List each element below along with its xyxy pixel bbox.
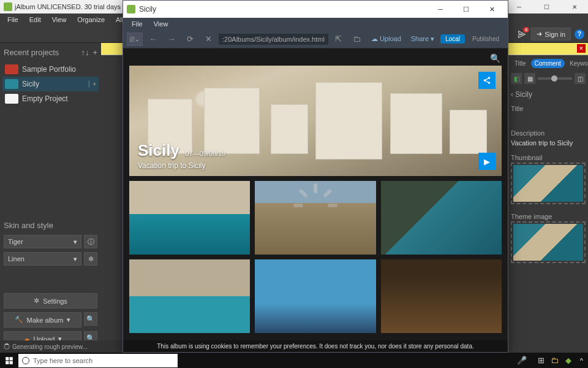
- signin-button[interactable]: ➜ Sign in: [531, 28, 571, 40]
- help-icon[interactable]: ?: [575, 29, 584, 39]
- notification-icon[interactable]: 8: [516, 29, 527, 40]
- task-view-icon[interactable]: ⊞: [535, 354, 548, 367]
- cookie-notice: This album is using cookies to remember …: [123, 340, 508, 352]
- back-icon[interactable]: ←: [145, 33, 161, 46]
- project-item[interactable]: Sample Portfolio: [2, 62, 99, 77]
- reload-icon[interactable]: ⟳: [182, 33, 198, 46]
- status-text: Generating rough preview...: [12, 343, 88, 350]
- maximize-button[interactable]: ☐: [533, 0, 560, 13]
- tool-c-icon[interactable]: ◫: [575, 73, 586, 84]
- desc-field-value[interactable]: Vacation trip to Sicily: [511, 138, 586, 150]
- menu-organize[interactable]: Organize: [72, 15, 110, 25]
- preview-titlebar[interactable]: Sicily ─ ☐ ✕: [123, 1, 508, 18]
- local-pill[interactable]: Local: [440, 34, 465, 44]
- menu-file[interactable]: File: [2, 15, 23, 25]
- breadcrumb[interactable]: ‹Sicily: [511, 88, 586, 101]
- menu-view[interactable]: View: [47, 15, 72, 25]
- search-icon[interactable]: 🔍: [490, 53, 500, 63]
- title-field-value[interactable]: [511, 113, 586, 126]
- settings-button[interactable]: ✲Settings: [4, 293, 97, 309]
- cloud-icon: ☁: [371, 35, 380, 42]
- tray-chevron-icon[interactable]: ^: [580, 357, 583, 364]
- signin-icon: ➜: [537, 30, 542, 38]
- svg-rect-5: [6, 361, 9, 364]
- recent-projects-label: Recent projects: [4, 48, 59, 57]
- project-thumb: [5, 79, 18, 89]
- skin-select[interactable]: Tiger▾: [4, 235, 81, 248]
- external-icon[interactable]: ⇱: [331, 33, 347, 46]
- windows-taskbar: Type here to search 🎤 ⊞ 🗀 ◆ ^: [0, 353, 588, 368]
- mic-icon[interactable]: 🎤: [515, 354, 529, 367]
- preview-toolbar: ⎚▾ ← → ⟳ ✕ :20Albums/Sicily/album/index.…: [123, 30, 508, 48]
- taskbar-search[interactable]: Type here to search: [18, 354, 178, 367]
- thumbnail-tile[interactable]: [381, 181, 502, 255]
- thumbnail-tile[interactable]: [129, 181, 250, 255]
- theme-image-preview[interactable]: [511, 221, 586, 263]
- left-panel: Recent projects ↑↓ + Sample PortfolioSic…: [0, 43, 101, 353]
- upload-link[interactable]: ☁ Upload: [368, 35, 405, 43]
- preview-menubar: File View: [123, 18, 508, 30]
- svg-rect-4: [10, 357, 13, 360]
- cortana-icon: [22, 357, 29, 364]
- thumbnail-tile[interactable]: [129, 259, 250, 333]
- folder-icon[interactable]: 🗀: [349, 33, 365, 46]
- svg-point-2: [488, 82, 491, 84]
- minimize-button[interactable]: ─: [505, 0, 533, 13]
- notification-badge: 8: [523, 27, 529, 33]
- jalbum-task-icon[interactable]: ◆: [562, 354, 575, 367]
- hammer-icon: 🔨: [15, 316, 23, 324]
- preview-menu-file[interactable]: File: [127, 19, 148, 29]
- tab-keywords[interactable]: Keywords: [566, 59, 588, 68]
- loading-spinner-icon: [297, 182, 334, 219]
- app-icon: [4, 2, 12, 11]
- project-thumb: [5, 64, 18, 74]
- preview-menu-view[interactable]: View: [149, 19, 173, 29]
- project-thumb: [5, 94, 18, 104]
- meta-tabs: Title Comment Keywords: [511, 58, 586, 69]
- close-button[interactable]: ✕: [560, 0, 588, 13]
- preview-title: Sicily: [139, 5, 156, 13]
- make-album-search-icon[interactable]: 🔍: [84, 312, 97, 326]
- notice-close-icon[interactable]: ✕: [577, 44, 586, 53]
- style-settings-icon[interactable]: ✲: [84, 252, 97, 266]
- published-pill[interactable]: Published: [467, 34, 504, 44]
- preview-minimize-button[interactable]: ─: [428, 2, 453, 17]
- hero-image: ▶ Sicily 07—09/08/18 Vacation trip to Si…: [129, 66, 502, 176]
- forward-icon[interactable]: →: [164, 33, 179, 46]
- skin-info-icon[interactable]: ⓘ: [84, 235, 97, 248]
- sort-icon[interactable]: ↑↓: [81, 48, 89, 57]
- start-button[interactable]: [0, 353, 18, 368]
- project-item[interactable]: Sicily▏▾: [2, 77, 99, 91]
- right-panel: Title Comment Keywords ◧ ▦ ◫ ‹Sicily Tit…: [508, 55, 588, 353]
- tool-a-icon[interactable]: ◧: [511, 73, 522, 84]
- thumbnail-preview[interactable]: [511, 163, 586, 204]
- stop-icon[interactable]: ✕: [200, 33, 216, 46]
- tab-title[interactable]: Title: [511, 59, 530, 68]
- tab-comment[interactable]: Comment: [531, 59, 565, 68]
- menu-edit[interactable]: Edit: [24, 15, 46, 25]
- gear-icon: ✲: [34, 297, 39, 305]
- thumbnail-tile[interactable]: [381, 259, 502, 333]
- preview-close-button[interactable]: ✕: [480, 2, 504, 17]
- device-select[interactable]: ⎚▾: [127, 33, 143, 46]
- chevron-down-icon: ▾: [67, 316, 70, 324]
- hero-share-button[interactable]: [478, 72, 496, 89]
- hero-subtitle: Vacation trip to Sicily: [138, 161, 225, 170]
- make-album-button[interactable]: 🔨Make album ▾: [4, 312, 81, 328]
- add-project-icon[interactable]: +: [92, 48, 97, 57]
- style-select[interactable]: Linen▾: [4, 252, 81, 266]
- chevron-down-icon: ▾: [74, 255, 77, 263]
- project-name: Sicily: [22, 80, 39, 88]
- share-link[interactable]: Share ▾: [407, 35, 438, 43]
- url-bar[interactable]: :20Albums/Sicily/album/index.html: [219, 34, 328, 45]
- explorer-icon[interactable]: 🗀: [548, 354, 562, 367]
- project-name: Empty Project: [22, 94, 68, 103]
- project-item[interactable]: Empty Project: [2, 91, 99, 106]
- album-preview: 🔍 ▶ Sicily 07—09/08/18 Vacation trip to …: [123, 48, 508, 352]
- preview-maximize-button[interactable]: ☐: [454, 2, 478, 17]
- theme-image-label: Theme image: [511, 209, 586, 221]
- zoom-slider[interactable]: [538, 77, 572, 80]
- thumbnail-tile[interactable]: [255, 259, 375, 333]
- tool-b-icon[interactable]: ▦: [524, 73, 535, 84]
- hero-play-button[interactable]: ▶: [478, 153, 496, 170]
